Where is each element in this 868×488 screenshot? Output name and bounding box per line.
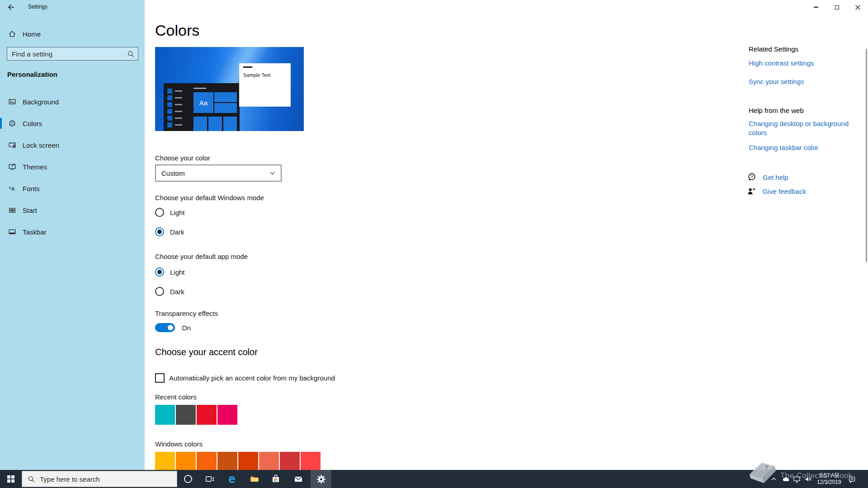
transparency-toggle[interactable] (155, 323, 175, 332)
sidebar-item-themes[interactable]: Themes (0, 156, 145, 178)
color-swatch-orange-bright[interactable] (197, 452, 217, 472)
preview-rail-tile (167, 109, 172, 114)
theme-preview: Aa Sample Text (155, 47, 304, 131)
tray-network-button[interactable] (791, 470, 802, 488)
taskbar-icon (8, 228, 16, 236)
minimize-button[interactable] (806, 0, 826, 14)
edge-button[interactable]: e (222, 470, 242, 488)
preview-sample-text: Sample Text (243, 72, 270, 78)
scrollbar[interactable] (866, 49, 867, 262)
color-swatch-pink[interactable] (217, 405, 237, 425)
preview-tile-divider (214, 102, 237, 103)
radio-circle-checked-icon (155, 267, 164, 277)
sidebar-item-label: Taskbar (23, 228, 47, 236)
preview-tile-group: Aa (193, 92, 237, 113)
mail-button[interactable] (288, 470, 309, 488)
settings-gear-icon (316, 474, 326, 484)
clock-date: 12/3/2019 (817, 479, 841, 486)
back-button[interactable] (6, 3, 18, 13)
radio-label: Light (170, 268, 185, 276)
preview-aa-tile: Aa (193, 92, 213, 113)
tray-volume-button[interactable] (802, 470, 814, 488)
taskbar: Type here to search e (0, 470, 868, 488)
store-button[interactable] (265, 470, 286, 488)
sidebar: Settings Home Personalization Background… (0, 0, 145, 470)
file-explorer-icon (249, 474, 260, 484)
color-dropdown[interactable]: Custom (155, 164, 282, 182)
taskbar-clock[interactable]: 9:57 AM 12/3/2019 (815, 470, 844, 488)
radio-label: Dark (170, 228, 184, 236)
start-button[interactable] (0, 470, 22, 488)
sidebar-item-label: Themes (23, 163, 47, 171)
tray-onedrive-button[interactable] (780, 470, 791, 488)
maximize-button[interactable] (826, 0, 847, 14)
preview-rail-line (175, 117, 182, 119)
link-changing-desktop-colors[interactable]: Changing desktop or background colors (749, 119, 855, 137)
radio-windows-dark[interactable]: Dark (155, 226, 184, 237)
preview-rail-line (175, 97, 182, 99)
color-swatch-orange-dark[interactable] (217, 452, 237, 472)
mail-icon (293, 474, 304, 484)
preview-window-title-bar (243, 66, 252, 68)
color-swatch-pale-rust[interactable] (259, 452, 279, 472)
radio-app-dark[interactable]: Dark (155, 286, 184, 297)
window-title: Settings (28, 4, 47, 10)
radio-windows-light[interactable]: Light (155, 207, 185, 218)
preview-tile-row (193, 117, 237, 131)
file-explorer-button[interactable] (244, 470, 265, 488)
minimize-icon (814, 7, 818, 8)
link-changing-taskbar-color[interactable]: Changing taskbar color (749, 143, 855, 152)
search-input[interactable] (7, 47, 138, 60)
color-swatch-red[interactable] (197, 405, 217, 425)
sidebar-item-start[interactable]: Start (0, 199, 145, 221)
color-swatch-teal[interactable] (155, 405, 175, 425)
color-swatch-mod-red[interactable] (301, 452, 321, 472)
close-icon (855, 5, 860, 10)
sidebar-search-box (7, 47, 138, 61)
store-icon (270, 474, 281, 484)
give-feedback-row[interactable]: Give feedback (747, 186, 806, 196)
fonts-icon: AA (8, 184, 16, 192)
background-image-icon (8, 98, 16, 106)
get-help-row[interactable]: ? Get help (747, 172, 788, 182)
sidebar-item-label: Fonts (23, 185, 40, 192)
action-center-button[interactable] (845, 470, 858, 488)
accent-color-heading: Choose your accent color (155, 347, 258, 357)
color-swatch-yellow-gold[interactable] (155, 452, 175, 472)
preview-rail-line (175, 90, 182, 92)
preview-sample-window: Sample Text (239, 63, 291, 107)
lock-screen-icon (8, 141, 16, 149)
link-high-contrast[interactable]: High contrast settings (749, 59, 855, 68)
sidebar-item-colors[interactable]: Colors (0, 113, 145, 134)
color-swatch-rust[interactable] (238, 452, 258, 472)
color-swatch-gold[interactable] (176, 452, 196, 472)
sidebar-item-home[interactable]: Home (0, 26, 145, 42)
preview-rail-tile (167, 95, 172, 100)
home-icon (8, 30, 16, 38)
settings-button[interactable] (311, 470, 331, 488)
help-from-web-heading: Help from the web (749, 107, 804, 114)
preview-start-panel: Aa (164, 83, 240, 131)
cortana-button[interactable] (178, 470, 198, 488)
taskbar-search[interactable]: Type here to search (22, 471, 177, 487)
sidebar-item-background[interactable]: Background (0, 91, 145, 113)
color-swatch-brick-red[interactable] (280, 452, 300, 472)
close-button[interactable] (847, 0, 868, 14)
auto-pick-checkbox[interactable] (155, 373, 165, 383)
color-swatch-gray[interactable] (176, 405, 196, 425)
preview-rail-line (175, 111, 182, 112)
link-sync-settings[interactable]: Sync your settings (749, 77, 855, 86)
sidebar-item-label: Start (23, 206, 37, 214)
tray-expand-button[interactable] (769, 470, 778, 488)
task-view-icon (204, 474, 215, 484)
get-help-icon: ? (747, 172, 757, 182)
sidebar-item-lock-screen[interactable]: Lock screen (0, 134, 145, 156)
task-view-button[interactable] (199, 470, 220, 488)
radio-app-light[interactable]: Light (155, 267, 185, 277)
windows-colors-label: Windows colors (155, 440, 203, 448)
page-title: Colors (155, 22, 199, 39)
sidebar-item-taskbar[interactable]: Taskbar (0, 221, 145, 243)
sidebar-item-label: Background (23, 98, 59, 106)
radio-label: Dark (170, 288, 184, 296)
sidebar-item-fonts[interactable]: AA Fonts (0, 178, 145, 199)
